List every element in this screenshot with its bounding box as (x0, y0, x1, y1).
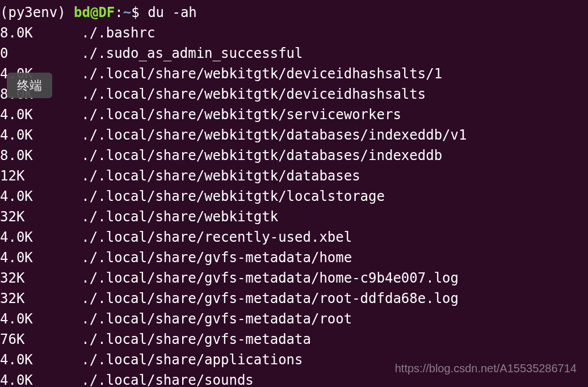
output-line: 8.0K ./.local/share/webkitgtk/databases/… (0, 145, 588, 166)
tooltip-label: 终端 (7, 73, 52, 98)
size-value: 12K (0, 166, 57, 186)
path-value: ./.local/share/recently-used.xbel (57, 229, 352, 245)
size-value: 4.0K (0, 247, 57, 268)
command-text: du -ah (148, 5, 197, 20)
terminal-window[interactable]: (py3env) bd@DF:~$ du -ah 8.0K ./.bashrc0… (0, 0, 588, 387)
path-value: ./.local/share/webkitgtk/localstorage (57, 188, 385, 204)
output-line: 8.0K ./.bashrc (0, 23, 588, 43)
path-value: ./.local/share/gvfs-metadata/home (57, 250, 352, 266)
path-value: ./.local/share/gvfs-metadata/root-ddfda6… (57, 291, 459, 306)
output-line: 76K ./.local/share/gvfs-metadata (0, 329, 588, 350)
output-line: 4.0K ./.local/share/recently-used.xbel (0, 227, 588, 247)
env-name: (py3env) (0, 5, 74, 20)
size-value: 4.0K (0, 350, 57, 370)
size-value: 32K (0, 288, 57, 309)
output-line: 32K ./.local/share/gvfs-metadata/root-dd… (0, 288, 588, 309)
output-line: 12K ./.local/share/webkitgtk/databases (0, 166, 588, 186)
size-value: 4.0K (0, 370, 57, 387)
size-value: 8.0K (0, 23, 57, 43)
path-value: ./.local/share/webkitgtk/deviceidhashsal… (57, 86, 426, 102)
output-line: 32K ./.local/share/webkitgtk (0, 207, 588, 227)
output-container: 8.0K ./.bashrc0 ./.sudo_as_admin_success… (0, 23, 588, 387)
cwd-path: ~ (123, 5, 131, 20)
colon: : (115, 5, 123, 20)
path-value: ./.local/share/webkitgtk/deviceidhashsal… (57, 66, 442, 82)
size-value: 4.0K (0, 186, 57, 207)
output-line: 8.0K ./.local/share/webkitgtk/deviceidha… (0, 84, 588, 104)
path-value: ./.local/share/webkitgtk (57, 209, 278, 225)
output-line: 0 ./.sudo_as_admin_successful (0, 43, 588, 64)
size-value: 4.0K (0, 125, 57, 145)
size-value: 4.0K (0, 227, 57, 247)
output-line: 4.0K ./.local/share/webkitgtk/servicewor… (0, 104, 588, 125)
path-value: ./.bashrc (57, 25, 155, 41)
output-line: 4.0K ./.local/share/webkitgtk/deviceidha… (0, 64, 588, 84)
output-line: 32K ./.local/share/gvfs-metadata/home-c9… (0, 268, 588, 288)
at-symbol: @ (90, 5, 98, 20)
path-value: ./.local/share/sounds (57, 372, 254, 387)
path-value: ./.local/share/gvfs-metadata (57, 331, 311, 347)
size-value: 76K (0, 329, 57, 350)
size-value: 4.0K (0, 309, 57, 329)
prompt-line: (py3env) bd@DF:~$ du -ah (0, 2, 588, 23)
path-value: ./.sudo_as_admin_successful (57, 45, 303, 61)
path-value: ./.local/share/applications (57, 352, 303, 368)
size-value: 0 (0, 43, 57, 64)
path-value: ./.local/share/gvfs-metadata/root (57, 311, 352, 327)
size-value: 32K (0, 207, 57, 227)
username: bd (74, 5, 90, 20)
path-value: ./.local/share/gvfs-metadata/home-c9b4e0… (57, 270, 459, 286)
output-line: 4.0K ./.local/share/webkitgtk/localstora… (0, 186, 588, 207)
size-value: 4.0K (0, 104, 57, 125)
size-value: 8.0K (0, 145, 57, 166)
path-value: ./.local/share/webkitgtk/databases/index… (57, 127, 467, 143)
output-line: 4.0K ./.local/share/gvfs-metadata/root (0, 309, 588, 329)
path-value: ./.local/share/webkitgtk/databases/index… (57, 148, 442, 163)
path-value: ./.local/share/webkitgtk/serviceworkers (57, 107, 401, 123)
watermark-text: https://blog.csdn.net/A15535286714 (395, 360, 577, 377)
output-line: 4.0K ./.local/share/webkitgtk/databases/… (0, 125, 588, 145)
path-value: ./.local/share/webkitgtk/databases (57, 168, 360, 184)
output-line: 4.0K ./.local/share/gvfs-metadata/home (0, 247, 588, 268)
prompt-symbol: $ (131, 5, 148, 20)
size-value: 32K (0, 268, 57, 288)
hostname: DF (98, 5, 115, 20)
